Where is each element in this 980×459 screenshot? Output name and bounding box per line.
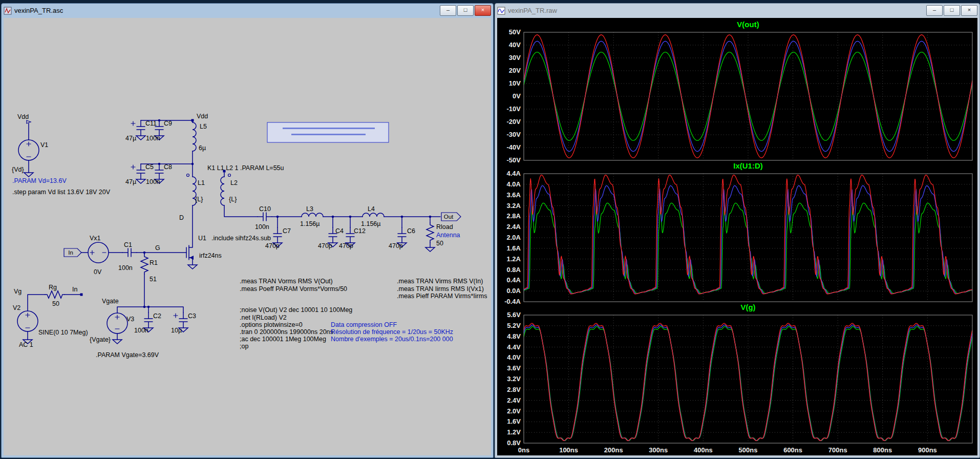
comment-info2[interactable]: Résolution de fréquence = 1/20us = 50KHz bbox=[331, 328, 453, 336]
svg-text:L2[interactable]: L2 bbox=[230, 179, 238, 186]
inductor-l1[interactable]: L1 {L} bbox=[187, 174, 205, 206]
out-port[interactable]: Out bbox=[441, 213, 461, 221]
inductor-l2[interactable]: L2 {L} bbox=[221, 174, 238, 206]
directive-meas-iirms[interactable]: .meas TRAN Iirms RMS I(Vx1) bbox=[397, 285, 484, 293]
directive-tran[interactable]: .tran 0 200000ns 199000ns 20ns bbox=[240, 328, 333, 336]
resistor-rload[interactable]: Rload Antenna 50 bbox=[425, 223, 460, 252]
resistor-rg[interactable]: Rg 50 bbox=[45, 284, 65, 307]
svg-text:470p[interactable]: 470p bbox=[389, 242, 403, 249]
svg-text:1.156µ[interactable]: 1.156µ bbox=[300, 220, 319, 227]
svg-text:470p[interactable]: 470p bbox=[318, 242, 332, 249]
directive-net[interactable]: .net I(RLoad) V2 bbox=[240, 314, 287, 321]
svg-text:L4[interactable]: L4 bbox=[368, 205, 375, 213]
svg-text:L3[interactable]: L3 bbox=[306, 205, 313, 213]
svg-text:Rload[interactable]: Rload bbox=[436, 223, 453, 231]
svg-text:C4[interactable]: C4 bbox=[335, 227, 344, 235]
svg-text:0V[interactable]: 0V bbox=[94, 268, 102, 276]
inductor-l5[interactable]: L5 6µ bbox=[193, 122, 207, 152]
svg-text:V2[interactable]: V2 bbox=[13, 304, 20, 311]
pane-V(out)[interactable]: V(out)50V40V30V20V10V0V-10V-20V-30V-40V-… bbox=[507, 20, 972, 164]
directive-op[interactable]: ;op bbox=[240, 343, 248, 350]
directive-step[interactable]: .step param Vd list 13.6V 18V 20V bbox=[12, 189, 111, 196]
directive-param-vd[interactable]: .PARAM Vd=13.6V bbox=[12, 177, 67, 184]
svg-text:{L}[interactable]: {L} bbox=[195, 196, 203, 203]
svg-text:C1[interactable]: C1 bbox=[124, 241, 132, 248]
maximize-button[interactable]: □ bbox=[457, 5, 474, 16]
svg-text:C6[interactable]: C6 bbox=[407, 227, 415, 235]
directive-options[interactable]: .options plotwinsize=0 bbox=[240, 321, 303, 328]
wires[interactable] bbox=[28, 120, 440, 340]
directive-ac[interactable]: ;ac dec 100001 1Meg 100Meg bbox=[240, 336, 326, 343]
svg-text:C9[interactable]: C9 bbox=[164, 120, 172, 127]
comment-info1[interactable]: Data compression OFF bbox=[331, 321, 397, 328]
svg-text:L5[interactable]: L5 bbox=[200, 123, 207, 130]
svg-text:Vx1[interactable]: Vx1 bbox=[90, 235, 101, 242]
voltage-source-vx1[interactable]: Vx1 0V bbox=[88, 235, 109, 276]
schematic-window[interactable]: vexinPA_TR.asc – □ × bbox=[1, 3, 494, 458]
svg-text:50[interactable]: 50 bbox=[52, 300, 59, 307]
svg-text:C11[interactable]: C11 bbox=[145, 120, 157, 127]
svg-text:SINE(0 10 7Meg)[interactable]: SINE(0 10 7Meg) bbox=[38, 329, 88, 336]
net-label-vdd[interactable]: Vdd bbox=[17, 113, 29, 120]
svg-text:50[interactable]: 50 bbox=[436, 240, 443, 247]
pane-Ix(U1:D)[interactable]: Ix(U1:D)4.4A4.0A3.6A3.2A2.8A2.4A2.0A1.6A… bbox=[504, 161, 972, 305]
svg-text:47µ[interactable]: 47µ bbox=[125, 135, 136, 142]
waveform-titlebar[interactable]: vexinPA_TR.raw – □ × bbox=[495, 4, 979, 17]
directive-param-vgate[interactable]: .PARAM Vgate=3.69V bbox=[96, 351, 159, 359]
schematic-titlebar[interactable]: vexinPA_TR.asc – □ × bbox=[2, 4, 493, 17]
svg-text:100n[interactable]: 100n bbox=[118, 264, 133, 272]
comment-info3[interactable]: Nombre d'exemples = 20us/0.1ns=200 000 bbox=[331, 336, 453, 343]
net-label-vdd2[interactable]: Vdd bbox=[197, 113, 208, 120]
ltspice-schematic-icon[interactable] bbox=[4, 7, 12, 15]
svg-text:51[interactable]: 51 bbox=[150, 276, 157, 283]
svg-text:C3[interactable]: C3 bbox=[188, 312, 196, 320]
svg-text:Rg[interactable]: Rg bbox=[49, 284, 57, 291]
waveform-svg[interactable]: V(out)50V40V30V20V10V0V-10V-20V-30V-40V-… bbox=[497, 18, 977, 455]
net-label-in[interactable]: In bbox=[72, 286, 77, 293]
svg-text:irfz24ns[interactable]: irfz24ns bbox=[199, 252, 222, 259]
capacitor-c3[interactable]: C3 10µ bbox=[171, 312, 196, 334]
directive-meas-pieff[interactable]: .meas Pieff PARAM Virms*Iirms bbox=[397, 293, 487, 300]
svg-text:AC 1[interactable]: AC 1 bbox=[19, 341, 33, 348]
fine-print-box[interactable] bbox=[267, 122, 389, 142]
close-button[interactable]: × bbox=[475, 5, 491, 16]
svg-text:C5[interactable]: C5 bbox=[145, 163, 154, 171]
net-label-d[interactable]: D bbox=[179, 214, 184, 221]
directive-k1[interactable]: K1 L1 L2 1 .PARAM L=55u bbox=[207, 164, 284, 172]
svg-text:100n[interactable]: 100n bbox=[255, 223, 269, 231]
capacitor-c2[interactable]: C2 100n bbox=[134, 312, 161, 334]
svg-text:R1[interactable]: R1 bbox=[150, 259, 158, 266]
resistor-r1[interactable]: R1 51 bbox=[141, 255, 158, 283]
svg-text:1.156µ[interactable]: 1.156µ bbox=[361, 220, 380, 227]
voltage-source-v3[interactable]: V3 {Vgate} bbox=[90, 313, 134, 344]
svg-text:47µ[interactable]: 47µ bbox=[125, 178, 136, 185]
svg-text:100n[interactable]: 100n bbox=[134, 327, 148, 334]
net-label-vg[interactable]: Vg bbox=[14, 288, 22, 295]
svg-text:C2[interactable]: C2 bbox=[153, 312, 161, 320]
svg-text:C10[interactable]: C10 bbox=[259, 205, 271, 213]
directive-meas-virms[interactable]: .meas TRAN Virms RMS V(In) bbox=[397, 278, 483, 285]
svg-text:C12[interactable]: C12 bbox=[354, 227, 366, 235]
svg-text:V3[interactable]: V3 bbox=[126, 316, 134, 323]
svg-text:{Vgate}[interactable]: {Vgate} bbox=[90, 336, 111, 343]
svg-text:470p[interactable]: 470p bbox=[265, 242, 280, 249]
minimize-button[interactable]: – bbox=[926, 5, 943, 16]
directive-meas-vorms[interactable]: .meas TRAN Vorms RMS V(Out) bbox=[240, 278, 333, 285]
voltage-source-v1[interactable]: Vdd V1 {Vd} bbox=[12, 113, 48, 177]
ltspice-waveform-icon[interactable] bbox=[497, 7, 505, 15]
waveform-window[interactable]: vexinPA_TR.raw – □ × V(out)50V40V30V20V1… bbox=[495, 3, 980, 458]
minimize-button[interactable]: – bbox=[440, 5, 456, 16]
pane-V(g)[interactable]: V(g)5.6V5.2V4.8V4.4V4.0V3.6V3.2V2.8V2.4V… bbox=[507, 303, 972, 447]
svg-text:470p[interactable]: 470p bbox=[339, 242, 353, 249]
close-button[interactable]: × bbox=[961, 5, 977, 16]
svg-text:10µ[interactable]: 10µ bbox=[171, 327, 182, 334]
svg-text:C7[interactable]: C7 bbox=[283, 227, 291, 235]
directive-include[interactable]: .include sihfz24s.sub bbox=[211, 235, 271, 242]
inductor-l4[interactable]: L4 1.156µ bbox=[361, 205, 384, 227]
svg-text:Antenna[interactable]: Antenna bbox=[436, 232, 460, 239]
net-label-g[interactable]: G bbox=[155, 244, 160, 252]
directive-noise[interactable]: ;noise V(Out) V2 dec 10001 10 100Meg bbox=[240, 306, 352, 314]
svg-text:100n[interactable]: 100n bbox=[146, 135, 160, 142]
maximize-button[interactable]: □ bbox=[944, 5, 960, 16]
capacitor-c6[interactable]: C6 470p bbox=[389, 227, 415, 249]
